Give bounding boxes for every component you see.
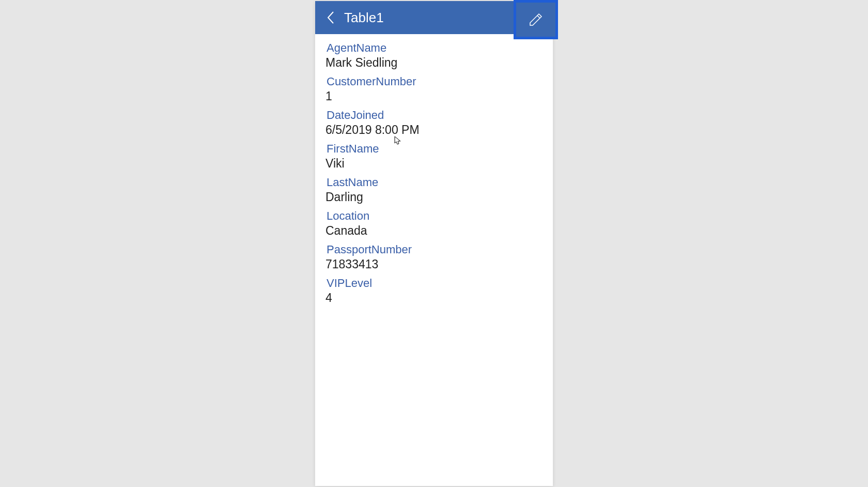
- field-label: VIPLevel: [327, 277, 541, 290]
- field-label: AgentName: [327, 41, 541, 55]
- field-value: 71833413: [326, 257, 541, 271]
- field-value: Darling: [326, 190, 541, 204]
- field-label: Location: [327, 209, 541, 223]
- header-bar: Table1: [315, 1, 553, 34]
- field-value: Canada: [326, 224, 541, 238]
- back-button[interactable]: [320, 5, 341, 31]
- field-label: FirstName: [327, 142, 541, 156]
- field-firstname: FirstName Viki: [327, 142, 541, 171]
- field-label: DateJoined: [327, 109, 541, 122]
- edit-button-highlight: [514, 0, 558, 39]
- field-customernumber: CustomerNumber 1: [327, 75, 541, 103]
- field-lastname: LastName Darling: [327, 176, 541, 204]
- pencil-icon: [529, 12, 543, 27]
- field-datejoined: DateJoined 6/5/2019 8:00 PM: [327, 109, 541, 137]
- field-value: 4: [326, 291, 541, 305]
- field-value: 1: [326, 89, 541, 103]
- field-label: PassportNumber: [327, 243, 541, 256]
- field-value: Mark Siedling: [326, 56, 541, 70]
- edit-button[interactable]: [523, 7, 549, 33]
- field-viplevel: VIPLevel 4: [327, 277, 541, 305]
- field-passportnumber: PassportNumber 71833413: [327, 243, 541, 271]
- field-value: Viki: [326, 157, 541, 171]
- field-label: LastName: [327, 176, 541, 189]
- chevron-left-icon: [326, 10, 335, 25]
- app-container: Table1 AgentName Mark Siedling CustomerN…: [315, 1, 553, 486]
- field-location: Location Canada: [327, 209, 541, 238]
- field-agentname: AgentName Mark Siedling: [327, 41, 541, 70]
- field-value: 6/5/2019 8:00 PM: [326, 123, 541, 137]
- detail-content: AgentName Mark Siedling CustomerNumber 1…: [315, 34, 553, 317]
- page-title: Table1: [344, 10, 522, 26]
- field-label: CustomerNumber: [327, 75, 541, 88]
